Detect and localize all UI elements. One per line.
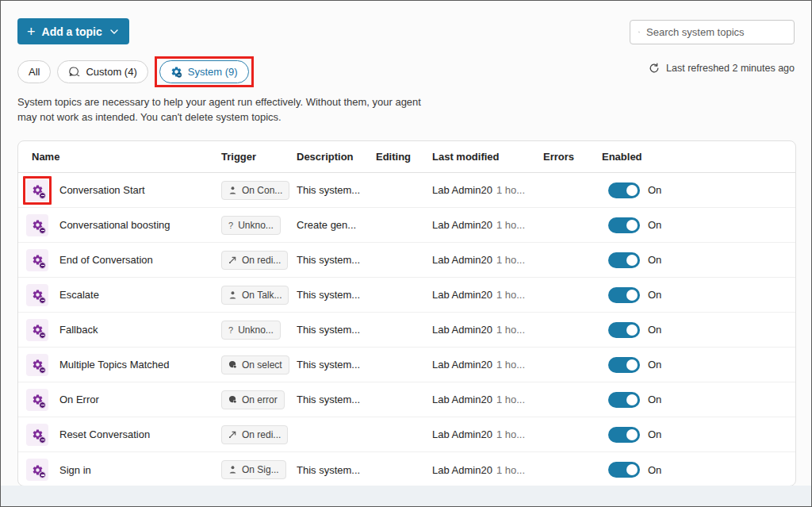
enabled-toggle[interactable]: [608, 462, 640, 478]
table-row[interactable]: Multiple Topics Matched ? On select This…: [18, 348, 795, 382]
trigger-chip[interactable]: ? On error: [221, 390, 285, 409]
last-modified-cell: Lab Admin201 ho...: [432, 464, 543, 476]
toggle-knob: [626, 359, 638, 371]
table-row[interactable]: Conversation Start ? On Con... This syst…: [18, 173, 795, 208]
table-row[interactable]: Sign in ? On Sig... This system... Lab A…: [18, 452, 795, 486]
table-header: Name Trigger Description Editing Last mo…: [18, 141, 795, 173]
table-row[interactable]: Escalate ? On Talk... This system... Lab…: [18, 278, 795, 313]
enabled-cell: On: [602, 427, 795, 443]
topic-name: Fallback: [59, 324, 98, 336]
column-description[interactable]: Description: [297, 151, 376, 163]
table-body: Conversation Start ? On Con... This syst…: [18, 173, 795, 486]
enabled-cell: On: [602, 322, 795, 338]
filter-custom[interactable]: Custom (4): [57, 60, 147, 83]
modified-by: Lab Admin20: [432, 428, 492, 440]
enabled-toggle[interactable]: [608, 392, 640, 408]
toggle-knob: [626, 325, 638, 336]
last-modified-cell: Lab Admin201 ho...: [432, 359, 543, 371]
table-row[interactable]: Reset Conversation ? On redi... Lab Admi…: [18, 417, 795, 452]
enabled-toggle[interactable]: [608, 322, 640, 338]
enabled-cell: On: [602, 462, 795, 478]
trigger-chip[interactable]: ? On redi...: [221, 251, 288, 270]
enabled-cell: On: [602, 357, 795, 373]
trigger-chip[interactable]: ? On redi...: [221, 425, 288, 444]
table-row[interactable]: End of Conversation ? On redi... This sy…: [18, 243, 795, 278]
annotation-box-topic-icon: [23, 316, 52, 344]
topic-name-cell[interactable]: Fallback: [18, 316, 221, 344]
event-trigger-icon: [228, 360, 237, 369]
trigger-chip[interactable]: ? On Sig...: [221, 460, 286, 479]
modified-time: 1 ho...: [496, 464, 525, 476]
column-name[interactable]: Name: [18, 151, 221, 163]
table-row[interactable]: Conversational boosting ? Unkno... Creat…: [18, 208, 795, 243]
topic-name-cell[interactable]: Conversation Start: [18, 176, 221, 205]
trigger-cell: ? On error: [221, 390, 297, 409]
topic-name-cell[interactable]: Conversational boosting: [18, 211, 221, 240]
column-last-modified[interactable]: Last modified: [432, 151, 543, 163]
topic-name: Conversation Start: [59, 184, 145, 196]
event-trigger-icon: [228, 395, 237, 404]
enabled-toggle[interactable]: [608, 287, 640, 303]
search-box[interactable]: [630, 20, 795, 44]
column-enabled[interactable]: Enabled: [602, 151, 795, 163]
topic-name-cell[interactable]: Multiple Topics Matched: [18, 351, 221, 379]
search-input[interactable]: [646, 26, 786, 38]
enabled-cell: On: [602, 217, 795, 233]
enabled-label: On: [648, 219, 661, 231]
trigger-chip[interactable]: ? On select: [221, 355, 289, 374]
person-trigger-icon: [228, 465, 237, 474]
add-topic-button[interactable]: + Add a topic: [17, 18, 129, 44]
trigger-cell: ? On Sig...: [221, 460, 297, 479]
refresh-status[interactable]: Last refreshed 2 minutes ago: [649, 63, 795, 74]
annotation-box-topic-icon: [23, 421, 52, 449]
redirect-trigger-icon: [228, 255, 237, 264]
topic-name-cell[interactable]: End of Conversation: [18, 246, 221, 275]
table-row[interactable]: Fallback ? Unkno... This system... Lab A…: [18, 313, 795, 348]
enabled-toggle[interactable]: [608, 252, 640, 268]
enabled-toggle[interactable]: [608, 182, 640, 198]
filter-pills: All Custom (4) System (9): [17, 56, 254, 87]
trigger-cell: ? Unkno...: [221, 216, 297, 235]
enabled-label: On: [648, 428, 661, 440]
annotation-box-system-filter: System (9): [155, 56, 254, 87]
modified-time: 1 ho...: [496, 359, 525, 371]
column-editing[interactable]: Editing: [376, 151, 432, 163]
toggle-knob: [626, 290, 638, 301]
gear-badge: [39, 227, 46, 234]
gear-badge: [39, 367, 46, 374]
trigger-cell: ? On select: [221, 355, 297, 374]
chat-icon: [68, 66, 80, 78]
topic-name-cell[interactable]: On Error: [18, 386, 221, 414]
filter-system[interactable]: System (9): [159, 60, 249, 83]
enabled-toggle[interactable]: [608, 427, 640, 443]
gear-badge: [39, 401, 46, 409]
topic-name-cell[interactable]: Escalate: [18, 281, 221, 309]
toggle-knob: [626, 394, 638, 405]
table-row[interactable]: On Error ? On error This system... Lab A…: [18, 382, 795, 417]
filter-all[interactable]: All: [17, 60, 51, 83]
trigger-label: Unkno...: [238, 325, 274, 336]
enabled-toggle[interactable]: [608, 357, 640, 373]
topic-name-cell[interactable]: Sign in: [18, 455, 221, 484]
modified-time: 1 ho...: [496, 394, 525, 405]
modified-by: Lab Admin20: [432, 394, 492, 405]
annotation-box-topic-icon: [23, 211, 52, 240]
enabled-cell: On: [602, 392, 795, 408]
search-icon: [638, 26, 640, 38]
modified-by: Lab Admin20: [432, 254, 492, 266]
trigger-label: On redi...: [242, 429, 281, 440]
trigger-chip[interactable]: ? Unkno...: [221, 216, 281, 235]
topic-name: Multiple Topics Matched: [59, 359, 170, 371]
column-errors[interactable]: Errors: [543, 151, 602, 163]
trigger-chip[interactable]: ? On Con...: [221, 181, 289, 200]
modified-by: Lab Admin20: [432, 359, 492, 371]
enabled-toggle[interactable]: [608, 217, 640, 233]
person-trigger-icon: [228, 290, 237, 300]
topic-description: This system...: [297, 254, 376, 266]
enabled-cell: On: [602, 287, 795, 303]
topic-name-cell[interactable]: Reset Conversation: [18, 421, 221, 449]
trigger-chip[interactable]: ? Unkno...: [221, 321, 281, 340]
enabled-label: On: [648, 324, 661, 336]
trigger-chip[interactable]: ? On Talk...: [221, 286, 289, 305]
column-trigger[interactable]: Trigger: [221, 151, 297, 163]
